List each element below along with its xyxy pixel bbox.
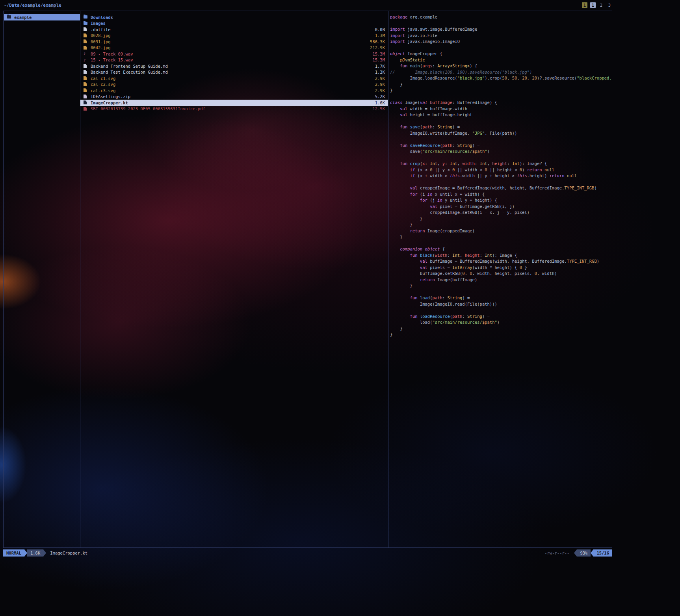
code-line: } — [388, 234, 612, 240]
file-name: 0042.jpg — [91, 45, 111, 50]
mode-indicator: NORMAL — [3, 549, 24, 557]
code-line — [388, 179, 612, 186]
code-line: } — [388, 216, 612, 222]
tab-1[interactable]: 1 — [582, 2, 587, 8]
file-name: 09 - Track 09.wav — [91, 52, 133, 56]
code-line: import javax.imageio.ImageIO — [388, 39, 612, 45]
file-row[interactable]: .dotfile0.0B — [80, 26, 388, 33]
code-preview[interactable]: package org.exampleimport java.awt.image… — [388, 14, 612, 547]
file-size: 2.9K — [372, 82, 385, 87]
file-row[interactable]: cal-c3.svg2.9K — [80, 87, 388, 94]
markdown-file-icon — [84, 63, 89, 69]
code-line: } — [388, 82, 612, 88]
code-line — [388, 94, 612, 100]
tab-2[interactable]: 1 — [590, 2, 596, 8]
code-line: package org.example — [388, 14, 612, 20]
file-row[interactable]: ImageCropper.kt1.6K — [80, 100, 388, 106]
code-line: croppedImage.setRGB(i - x, j - y, pixel) — [388, 210, 612, 216]
svg-file-icon — [84, 82, 89, 87]
code-line: if (x < 0 || y < 0 || width < 0 || heigh… — [388, 167, 612, 173]
image-file-icon — [84, 45, 89, 51]
code-line: for (i in x until x + width) { — [388, 191, 612, 198]
code-line: fun loadResource(path: String) = — [388, 314, 612, 320]
file-row[interactable]: 0028.jpg1.3M — [80, 33, 388, 39]
file-size: 2.9K — [372, 88, 385, 93]
code-line: @JvmStatic — [388, 57, 612, 63]
folder-icon — [84, 20, 89, 26]
parent-pane[interactable]: example — [4, 14, 80, 547]
tab-bar: 1123 — [582, 2, 612, 8]
file-size: 1.7K — [372, 64, 385, 69]
tab-4[interactable]: 3 — [607, 2, 612, 8]
file-row[interactable]: Backend_Test_Execution_Guide.md1.3K — [80, 69, 388, 76]
code-line: } — [388, 283, 612, 289]
audio-file-icon: ♪ — [84, 51, 89, 57]
file-row[interactable]: ♪09 - Track 09.wav15.3M — [80, 51, 388, 57]
file-name: 0028.jpg — [91, 33, 111, 38]
pdf-file-icon — [84, 106, 89, 112]
code-line: fun crop(x: Int, y: Int, width: Int, hei… — [388, 161, 612, 167]
file-row[interactable]: IDEAsettings.zip5.2K — [80, 94, 388, 100]
file-list[interactable]: DownloadsImages.dotfile0.0B0028.jpg1.3M0… — [80, 14, 388, 547]
file-name: Backend_Frontend_Setup_Guide.md — [91, 64, 168, 69]
code-line: } — [388, 332, 612, 338]
current-path: ~/Data/example/example — [4, 3, 61, 8]
code-line: load("src/main/resources/$path") — [388, 319, 612, 326]
file-row[interactable]: Images — [80, 20, 388, 27]
file-row[interactable]: Downloads — [80, 14, 388, 20]
file-row[interactable]: ♪15 - Track 15.wav15.3M — [80, 57, 388, 63]
code-line: fun load(path: String) = — [388, 295, 612, 301]
file-size: 5.2K — [372, 94, 385, 99]
file-row[interactable]: SBI_0032013739_2023_DE05_0003155631Invoi… — [80, 106, 388, 112]
powerline-separator — [574, 549, 577, 557]
file-name: 0031.jpg — [91, 39, 111, 44]
code-line: buffImage.setRGB(0, 0, width, height, pi… — [388, 271, 612, 277]
code-line: Image.loadResource("black.jpg").crop(50,… — [388, 75, 612, 82]
code-line: } — [388, 326, 612, 332]
file-manager-panes: example DownloadsImages.dotfile0.0B0028.… — [3, 11, 612, 548]
audio-file-icon: ♪ — [84, 57, 89, 63]
scroll-percent: 93% — [577, 549, 591, 557]
code-line: val height = buffImage.height — [388, 112, 612, 118]
file-name: cal-c3.svg — [91, 88, 115, 93]
code-line: fun black(width: Int, height: Int): Imag… — [388, 252, 612, 259]
file-size: 15.3M — [369, 52, 385, 56]
code-line — [388, 45, 612, 51]
parent-dir-label: example — [14, 15, 32, 20]
code-line: // Image.black(100, 100).saveResource("b… — [388, 69, 612, 76]
code-line — [388, 20, 612, 27]
code-line — [388, 240, 612, 247]
code-line: ImageIO.write(buffImage, "JPG", File(pat… — [388, 130, 612, 137]
selected-file-size: 1.6K — [27, 549, 43, 557]
code-line: if (x + width > this.width || y + height… — [388, 173, 612, 179]
file-size: 212.9K — [367, 45, 385, 50]
file-name: Images — [91, 21, 106, 26]
file-row[interactable]: 0031.jpg586.3K — [80, 39, 388, 45]
file-row[interactable]: 0042.jpg212.9K — [80, 45, 388, 51]
file-name: ImageCropper.kt — [91, 100, 128, 105]
terminal-window: ~/Data/example/example 1123 example Down… — [0, 0, 615, 561]
file-row[interactable]: Backend_Frontend_Setup_Guide.md1.7K — [80, 63, 388, 69]
code-line: class Image(val buffImage: BufferedImage… — [388, 100, 612, 106]
code-line: companion object { — [388, 246, 612, 252]
file-name: cal-c2.svg — [91, 82, 115, 87]
file-size: 12.5K — [369, 106, 385, 111]
file-name: Downloads — [91, 15, 113, 20]
code-line: return Image(buffImage) — [388, 277, 612, 283]
code-line — [388, 289, 612, 295]
file-size: 0.0B — [372, 27, 385, 32]
powerline-separator — [591, 549, 593, 557]
image-file-icon — [84, 33, 89, 39]
parent-dir-item[interactable]: example — [4, 14, 80, 20]
code-line: return Image(croppedImage) — [388, 228, 612, 234]
selected-file-name: ImageCropper.kt — [50, 551, 87, 555]
code-line: val croppedImage = BufferedImage(width, … — [388, 185, 612, 191]
tab-3[interactable]: 2 — [598, 2, 604, 8]
file-name: IDEAsettings.zip — [91, 94, 130, 99]
code-line: for (j in y until y + height) { — [388, 197, 612, 204]
file-row[interactable]: cal-c1.svg2.9K — [80, 75, 388, 82]
topbar: ~/Data/example/example 1123 — [4, 2, 612, 9]
file-name: 15 - Track 15.wav — [91, 58, 133, 62]
archive-file-icon — [84, 94, 89, 100]
file-row[interactable]: cal-c2.svg2.9K — [80, 82, 388, 88]
